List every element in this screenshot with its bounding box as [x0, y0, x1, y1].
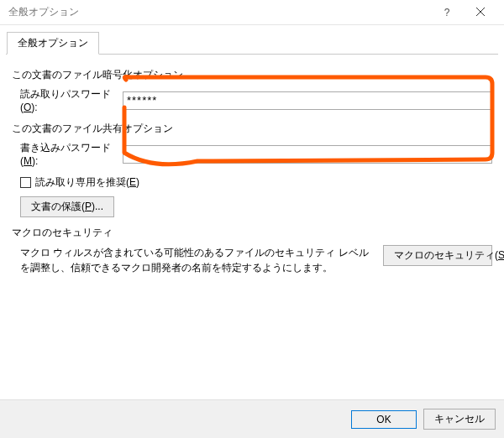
readonly-recommend-label: 読み取り専用を推奨(E) [35, 175, 139, 190]
protect-document-button[interactable]: 文書の保護(P)... [20, 196, 114, 217]
readonly-recommend-row[interactable]: 読み取り専用を推奨(E) [12, 175, 492, 190]
readonly-recommend-checkbox[interactable] [20, 177, 31, 188]
tab-general-options[interactable]: 全般オプション [7, 32, 99, 55]
write-password-row: 書き込みパスワード(M): [12, 141, 492, 167]
write-password-input[interactable] [123, 145, 492, 164]
dialog-footer: OK キャンセル [0, 399, 504, 438]
close-icon [476, 7, 485, 18]
write-password-label: 書き込みパスワード(M): [12, 141, 123, 167]
read-password-row: 読み取りパスワード(O): [12, 87, 492, 113]
encryption-group-label: この文書のファイル暗号化オプション [12, 68, 492, 82]
macro-group-label: マクロのセキュリティ [12, 226, 492, 240]
ok-button[interactable]: OK [351, 410, 417, 429]
read-password-label: 読み取りパスワード(O): [12, 87, 123, 113]
read-password-input[interactable] [123, 91, 492, 110]
window-title: 全般オプション [8, 5, 430, 19]
help-button[interactable]: ? [430, 1, 464, 24]
cancel-button[interactable]: キャンセル [423, 409, 496, 430]
content-area: この文書のファイル暗号化オプション 読み取りパスワード(O): この文書のファイ… [0, 55, 504, 284]
close-button[interactable] [464, 1, 497, 24]
tab-bar: 全般オプション [0, 25, 504, 55]
sharing-group-label: この文書のファイル共有オプション [12, 122, 492, 136]
macro-security-row: マクロ ウィルスが含まれている可能性のあるファイルのセキュリティ レベルを調整し… [12, 245, 492, 275]
titlebar: 全般オプション ? [0, 0, 504, 25]
macro-security-text: マクロ ウィルスが含まれている可能性のあるファイルのセキュリティ レベルを調整し… [12, 245, 371, 275]
help-icon: ? [444, 7, 450, 18]
macro-security-button[interactable]: マクロのセキュリティ(S)... [383, 245, 492, 266]
